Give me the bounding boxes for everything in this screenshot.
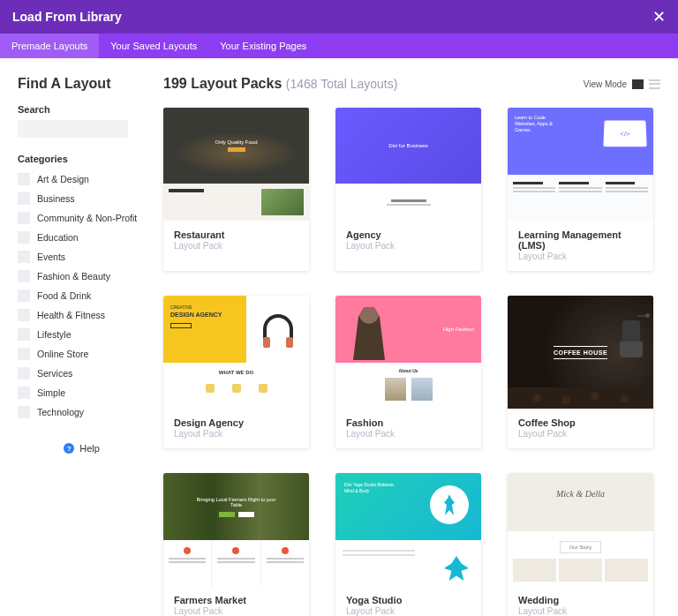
close-icon[interactable]: ✕ — [652, 9, 666, 25]
layout-card-design-agency[interactable]: CREATIVEDESIGN AGENCY WHAT WE DO Design … — [163, 296, 309, 448]
checkbox-icon[interactable] — [18, 289, 30, 302]
tab-existing-pages[interactable]: Your Existing Pages — [208, 34, 318, 58]
card-title: Farmers Market — [174, 595, 298, 605]
main-header: 199 Layout Packs (1468 Total Layouts) Vi… — [163, 76, 660, 92]
view-mode-label: View Mode — [584, 79, 627, 89]
tab-saved-layouts[interactable]: Your Saved Layouts — [99, 34, 208, 58]
modal-title: Load From Library — [12, 10, 122, 24]
category-list: Art & Design Business Community & Non-Pr… — [18, 169, 146, 422]
card-title: Fashion — [346, 417, 471, 428]
card-subtitle: Layout Pack — [174, 606, 298, 616]
category-item[interactable]: Events — [18, 247, 146, 267]
checkbox-icon[interactable] — [18, 192, 30, 205]
card-subtitle: Layout Pack — [518, 429, 643, 439]
layout-card-fashion[interactable]: High Fashion About Us Fashion Layout Pac… — [335, 296, 481, 448]
category-item[interactable]: Education — [18, 228, 146, 247]
card-title: Wedding — [518, 595, 643, 605]
category-item[interactable]: Health & Fitness — [18, 305, 146, 325]
headphone-icon — [263, 314, 293, 344]
main-content: 199 Layout Packs (1468 Total Layouts) Vi… — [146, 76, 660, 616]
layout-card-lms[interactable]: Learn to Code Websites, Apps & Games Lea… — [508, 108, 653, 271]
layout-card-coffee[interactable]: COFFEE HOUSE Coffee Shop Layout Pack — [508, 296, 653, 448]
checkbox-icon[interactable] — [18, 309, 30, 321]
category-item[interactable]: Lifestyle — [18, 325, 146, 344]
checkbox-icon[interactable] — [18, 328, 30, 341]
view-mode-switch: View Mode — [584, 79, 660, 89]
category-item[interactable]: Food & Drink — [18, 286, 146, 305]
list-view-icon[interactable] — [649, 79, 660, 89]
card-subtitle: Layout Pack — [346, 429, 471, 439]
coffee-grinder-icon — [620, 320, 643, 373]
card-subtitle: Layout Pack — [346, 241, 471, 251]
category-item[interactable]: Simple — [18, 383, 146, 402]
card-subtitle: Layout Pack — [174, 429, 298, 439]
checkbox-icon[interactable] — [18, 348, 30, 360]
category-item[interactable]: Services — [18, 364, 146, 383]
layout-thumbnail: Divi Yoga Studio Balance, Mind & Body — [335, 473, 481, 586]
categories-label: Categories — [18, 154, 146, 164]
search-input[interactable] — [18, 120, 128, 138]
category-item[interactable]: Technology — [18, 402, 146, 422]
help-link[interactable]: ? Help — [18, 443, 146, 454]
layout-card-farmers[interactable]: Bringing Local Farmers Right to your Tab… — [163, 473, 309, 616]
layout-thumbnail: Mick & Della Our Story — [508, 473, 653, 586]
help-icon: ? — [64, 443, 74, 454]
checkbox-icon[interactable] — [18, 212, 30, 224]
card-title: Yoga Studio — [346, 595, 471, 605]
card-title: Design Agency — [174, 417, 298, 428]
checkbox-icon[interactable] — [18, 270, 30, 282]
card-title: Restaurant — [174, 229, 298, 240]
layout-card-restaurant[interactable]: Only Quality Food Restaurant Layout Pack — [163, 108, 309, 271]
layout-thumbnail: Learn to Code Websites, Apps & Games — [508, 108, 653, 221]
grid-view-icon[interactable] — [632, 79, 644, 89]
card-subtitle: Layout Pack — [174, 241, 298, 251]
category-item[interactable]: Fashion & Beauty — [18, 267, 146, 286]
yoga-figure-icon — [444, 556, 469, 581]
checkbox-icon[interactable] — [18, 387, 30, 399]
category-item[interactable]: Online Store — [18, 344, 146, 364]
modal-header: Load From Library ✕ — [0, 0, 678, 34]
card-subtitle: Layout Pack — [518, 606, 643, 616]
checkbox-icon[interactable] — [18, 406, 30, 418]
card-subtitle: Layout Pack — [346, 606, 471, 616]
layout-grid: Only Quality Food Restaurant Layout Pack… — [163, 108, 660, 616]
layout-thumbnail: Only Quality Food — [163, 108, 309, 221]
yoga-figure-icon — [441, 494, 458, 515]
card-subtitle: Layout Pack — [518, 252, 643, 261]
layout-thumbnail: COFFEE HOUSE — [508, 296, 653, 409]
layout-thumbnail: CREATIVEDESIGN AGENCY WHAT WE DO — [163, 296, 309, 409]
tab-premade-layouts[interactable]: Premade Layouts — [0, 34, 99, 58]
sidebar: Find A Layout Search Categories Art & De… — [18, 76, 146, 616]
tab-bar: Premade Layouts Your Saved Layouts Your … — [0, 34, 678, 58]
checkbox-icon[interactable] — [18, 173, 30, 185]
checkbox-icon[interactable] — [18, 367, 30, 379]
sidebar-title: Find A Layout — [18, 76, 146, 92]
checkbox-icon[interactable] — [18, 231, 30, 244]
layout-thumbnail: High Fashion About Us — [335, 296, 481, 409]
laptop-icon — [603, 121, 646, 147]
card-title: Coffee Shop — [518, 417, 643, 428]
layout-thumbnail: Bringing Local Farmers Right to your Tab… — [163, 473, 309, 586]
card-title: Agency — [346, 229, 471, 240]
checkbox-icon[interactable] — [18, 251, 30, 263]
category-item[interactable]: Business — [18, 189, 146, 208]
layout-thumbnail: Divi for Business — [335, 108, 481, 221]
layout-card-agency[interactable]: Divi for Business Agency Layout Pack — [335, 108, 481, 271]
category-item[interactable]: Community & Non-Profit — [18, 208, 146, 228]
layout-card-wedding[interactable]: Mick & Della Our Story Wedding Layout Pa… — [508, 473, 653, 616]
search-label: Search — [18, 104, 146, 115]
card-title: Learning Management (LMS) — [518, 229, 643, 251]
results-count: 199 Layout Packs (1468 Total Layouts) — [163, 76, 397, 92]
category-item[interactable]: Art & Design — [18, 169, 146, 189]
layout-card-yoga[interactable]: Divi Yoga Studio Balance, Mind & Body Yo… — [335, 473, 481, 616]
